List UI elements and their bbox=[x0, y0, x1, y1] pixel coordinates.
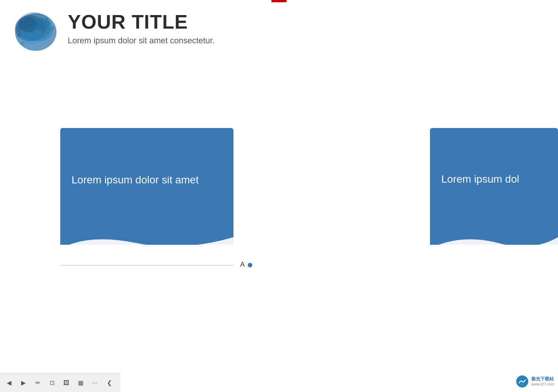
svg-point-11 bbox=[17, 34, 20, 37]
card-1: Lorem ipsum dolor sit amet A bbox=[60, 128, 233, 245]
svg-point-7 bbox=[47, 20, 51, 25]
logo-blob bbox=[11, 8, 60, 56]
layout-button[interactable]: ▦ bbox=[75, 378, 86, 388]
pencil-button[interactable]: ✏ bbox=[32, 378, 43, 388]
svg-point-13 bbox=[521, 383, 523, 386]
card-1-text: Lorem ipsum dolor sit amet bbox=[60, 128, 233, 194]
back-button[interactable]: ◀ bbox=[4, 378, 14, 388]
page-subtitle: Lorem ipsum dolor sit amet consectetur. bbox=[68, 36, 215, 46]
slider-dot bbox=[248, 263, 252, 267]
card-1-wave bbox=[60, 226, 233, 256]
header-text-block: YOUR TITLE Lorem ipsum dolor sit amet co… bbox=[68, 8, 215, 46]
slider-container: A bbox=[60, 265, 233, 265]
slider-label: A bbox=[240, 261, 245, 268]
svg-point-8 bbox=[51, 27, 54, 30]
svg-point-6 bbox=[17, 12, 51, 41]
slider-line: A bbox=[60, 265, 233, 265]
watermark-text-block: 极光下载站 www.xz7.com bbox=[531, 376, 554, 387]
card-2-partial: Lorem ipsum dol bbox=[430, 128, 558, 245]
more-button[interactable]: ⋯ bbox=[90, 378, 100, 388]
watermark-logo-icon bbox=[515, 375, 529, 388]
card-2-wave bbox=[430, 226, 558, 245]
header-section: YOUR TITLE Lorem ipsum dolor sit amet co… bbox=[0, 0, 558, 64]
collapse-button[interactable]: ❮ bbox=[104, 378, 114, 388]
capture-button[interactable]: ⊡ bbox=[47, 378, 57, 388]
svg-point-9 bbox=[46, 18, 48, 20]
card-2-text: Lorem ipsum dol bbox=[430, 128, 558, 193]
play-button[interactable]: ▶ bbox=[18, 378, 29, 388]
top-accent bbox=[271, 0, 287, 2]
image-button[interactable]: 🖼 bbox=[61, 378, 72, 388]
watermark-url: www.xz7.com bbox=[531, 382, 554, 387]
watermark: 极光下载站 www.xz7.com bbox=[515, 375, 554, 388]
svg-point-10 bbox=[21, 41, 24, 45]
watermark-brand: 极光下载站 bbox=[531, 376, 554, 382]
bottom-toolbar: ◀ ▶ ✏ ⊡ 🖼 ▦ ⋯ ❮ bbox=[0, 373, 120, 392]
page-title: YOUR TITLE bbox=[68, 11, 215, 33]
